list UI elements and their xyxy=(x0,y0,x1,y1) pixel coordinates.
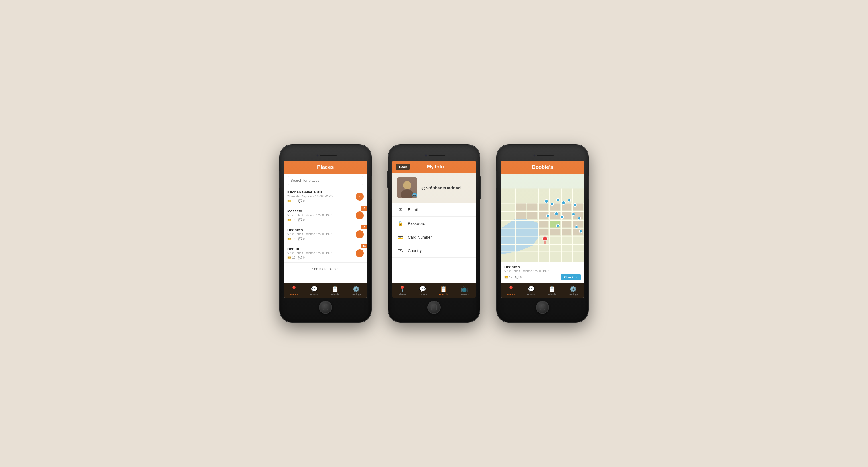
country-label: Country xyxy=(408,249,422,253)
phones-container: Places Kitchen Gallerie Bis 25 rue des A… xyxy=(280,145,588,322)
tab-rooms-label: Rooms xyxy=(418,293,427,296)
svg-point-54 xyxy=(543,236,547,241)
speaker-grille xyxy=(537,155,554,156)
tab-bar: 📍 Places 💬 Rooms 📋 Friends ⚙️ Settings xyxy=(501,283,584,297)
svg-point-44 xyxy=(568,199,571,202)
info-item-password[interactable]: 🔒 Password xyxy=(392,216,476,230)
svg-rect-35 xyxy=(539,230,549,235)
card-icon: 💳 xyxy=(397,234,404,240)
home-button-inner xyxy=(323,304,328,310)
home-button[interactable] xyxy=(428,301,440,314)
phone-map: Doobie's xyxy=(497,145,588,322)
svg-rect-33 xyxy=(562,221,571,228)
tab-friends[interactable]: 📋 Friends xyxy=(331,286,339,296)
email-label: Email xyxy=(408,207,418,212)
place-arrow-button[interactable]: › xyxy=(356,230,364,238)
places-header: Places xyxy=(284,161,367,174)
svg-point-49 xyxy=(572,213,575,216)
tab-places[interactable]: 📍 Places xyxy=(290,286,298,296)
checkin-icon: 🎫 xyxy=(287,218,291,222)
settings-icon: ⚙️ xyxy=(352,286,360,292)
camera-lens xyxy=(533,154,536,156)
svg-point-51 xyxy=(557,224,559,227)
svg-rect-15 xyxy=(538,188,539,269)
home-button[interactable] xyxy=(536,301,549,314)
see-more-button[interactable]: See more places xyxy=(284,263,367,275)
screen-map: Doobie's xyxy=(501,161,584,297)
list-item: Berluti 5 rue Robert Estienne / 75008 PA… xyxy=(284,244,367,263)
map-header: Doobie's xyxy=(501,161,584,174)
check-in-button[interactable]: Check in xyxy=(561,274,581,281)
place-arrow-button[interactable]: › xyxy=(356,193,364,201)
tab-friends[interactable]: 📋 Friends xyxy=(548,286,556,296)
tab-friends[interactable]: 📋 Friends xyxy=(439,286,448,296)
tab-rooms-label: Rooms xyxy=(527,293,535,296)
tab-friends-label: Friends xyxy=(331,293,339,296)
friends-icon: 📋 xyxy=(549,286,556,292)
info-list: ✉ Email 🔒 Password 💳 Card Number 🗺 Count… xyxy=(392,203,476,283)
place-arrow-button[interactable]: › xyxy=(356,211,364,220)
tab-settings[interactable]: ⚙️ Settings xyxy=(569,286,578,296)
home-button[interactable] xyxy=(319,301,332,314)
comment-icon: 💬 xyxy=(298,218,302,222)
search-input[interactable] xyxy=(287,176,364,185)
svg-point-52 xyxy=(575,226,578,229)
svg-rect-9 xyxy=(501,229,584,230)
screen-places: Places Kitchen Gallerie Bis 25 rue des A… xyxy=(284,161,367,297)
rooms-icon: 💬 xyxy=(419,286,426,292)
phone-bottom xyxy=(392,297,476,317)
tab-settings[interactable]: ⚙️ Settings xyxy=(352,286,361,296)
svg-rect-22 xyxy=(527,212,537,219)
home-button-inner xyxy=(540,304,545,310)
svg-point-50 xyxy=(578,217,581,220)
list-item: Massato 5 rue Robert Estienne / 75008 PA… xyxy=(284,206,367,225)
svg-rect-31 xyxy=(539,221,549,228)
info-item-email[interactable]: ✉ Email xyxy=(392,203,476,216)
phone-places: Places Kitchen Gallerie Bis 25 rue des A… xyxy=(280,145,371,322)
camera-lens xyxy=(316,154,319,156)
card-label: Card Number xyxy=(408,235,432,239)
tab-places-label: Places xyxy=(507,293,515,296)
tab-rooms[interactable]: 💬 Rooms xyxy=(527,286,535,296)
place-arrow-button[interactable]: › xyxy=(356,249,364,257)
places-icon: 📍 xyxy=(290,286,298,292)
tab-places-label: Places xyxy=(290,293,298,296)
info-item-card[interactable]: 💳 Card Number xyxy=(392,230,476,244)
svg-point-40 xyxy=(545,200,548,203)
tab-rooms[interactable]: 💬 Rooms xyxy=(310,286,318,296)
tab-rooms[interactable]: 💬 Rooms xyxy=(418,286,427,296)
svg-rect-6 xyxy=(501,203,584,204)
phone-top xyxy=(501,150,584,161)
place-badge: 8 xyxy=(362,225,367,230)
info-item-country[interactable]: 🗺 Country xyxy=(392,244,476,258)
password-label: Password xyxy=(408,221,425,226)
myinfo-header: Back My Info xyxy=(392,161,476,173)
svg-rect-23 xyxy=(539,204,549,211)
tab-places[interactable]: 📍 Places xyxy=(399,286,406,296)
tab-settings[interactable]: 📺 Settings xyxy=(460,286,470,296)
myinfo-title: My Info xyxy=(413,164,458,170)
settings-icon: 📺 xyxy=(461,286,468,292)
map-area[interactable]: Doobie's 5 rue Robert Estienne / 75008 P… xyxy=(501,174,584,283)
speaker-grille xyxy=(428,155,445,156)
camera-badge[interactable]: 📷 xyxy=(412,193,417,198)
avatar: 📷 xyxy=(397,177,417,198)
svg-point-42 xyxy=(557,199,559,202)
tab-places[interactable]: 📍 Places xyxy=(507,286,515,296)
comment-icon: 💬 xyxy=(298,199,302,203)
svg-rect-17 xyxy=(561,188,562,269)
svg-point-3 xyxy=(404,181,411,187)
map-place-name: Doobie's xyxy=(504,265,581,269)
list-item: Kitchen Gallerie Bis 25 rue des Augustin… xyxy=(284,187,367,206)
search-bar xyxy=(284,174,367,187)
svg-point-46 xyxy=(547,214,549,217)
tab-bar: 📍 Places 💬 Rooms 📋 Friends 📺 Settings xyxy=(392,283,476,297)
tab-bar: 📍 Places 💬 Rooms 📋 Friends ⚙️ Settings xyxy=(284,283,367,297)
svg-point-47 xyxy=(555,212,558,215)
svg-point-53 xyxy=(579,230,582,233)
phone-myinfo: Back My Info 📷 @StéphaneHaddad xyxy=(388,145,480,322)
svg-rect-14 xyxy=(527,188,527,269)
back-button[interactable]: Back xyxy=(396,164,410,170)
friends-icon: 📋 xyxy=(440,286,447,292)
map-place-address: 5 rue Robert Estienne / 75008 PARIS xyxy=(504,269,581,273)
